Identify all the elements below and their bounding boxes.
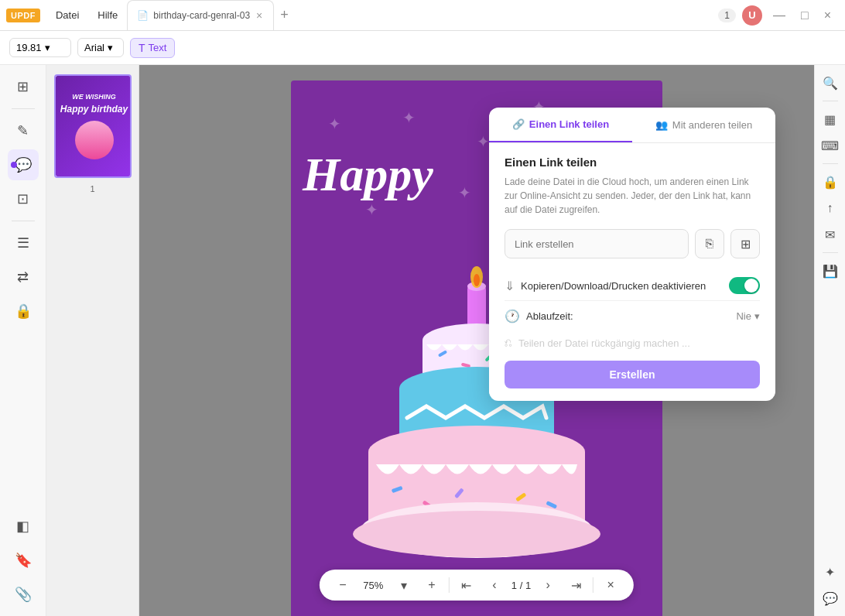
- link-input-field[interactable]: [505, 229, 689, 258]
- ai-icon: ▦: [824, 112, 836, 127]
- erstellen-button[interactable]: Erstellen: [505, 361, 760, 388]
- save-icon: 💾: [823, 264, 838, 279]
- attachment-icon: 📎: [15, 586, 32, 603]
- share-tab-link[interactable]: 🔗 Einen Link teilen: [489, 108, 632, 142]
- sidebar-btn-organize[interactable]: ☰: [8, 228, 39, 258]
- app-logo: UPDF: [6, 9, 40, 22]
- sidebar-btn-pages[interactable]: ⊞: [8, 71, 39, 102]
- layers-icon: ◧: [16, 518, 29, 535]
- right-sep-3: [823, 252, 838, 253]
- first-page-btn[interactable]: ⇤: [456, 574, 477, 596]
- prev-page-btn[interactable]: ‹: [484, 574, 505, 596]
- star-7: ✦: [402, 108, 416, 127]
- share-title: Einen Link teilen: [505, 156, 760, 169]
- bottom-sep-2: [593, 577, 594, 593]
- zoom-in-btn[interactable]: +: [421, 574, 443, 596]
- copy-download-label: ⇓ Kopieren/Download/Drucken deaktivieren: [505, 279, 706, 293]
- sidebar-btn-view[interactable]: ⊡: [8, 183, 39, 214]
- sidebar-btn-convert[interactable]: ⇄: [8, 262, 39, 293]
- text-tool-icon: T: [139, 42, 145, 54]
- zoom-dropdown-btn[interactable]: ▾: [393, 574, 415, 596]
- svg-point-24: [353, 511, 600, 557]
- protect-icon: 🔒: [15, 303, 32, 320]
- chat-icon: 💬: [823, 591, 838, 606]
- right-btn-upload[interactable]: ↑: [819, 197, 842, 220]
- close-btn[interactable]: ×: [819, 7, 836, 24]
- organize-icon: ☰: [17, 234, 29, 252]
- sidebar-btn-attachment[interactable]: 📎: [8, 579, 39, 610]
- sidebar-btn-layers[interactable]: ◧: [8, 511, 39, 542]
- zoom-level: 75%: [360, 580, 387, 591]
- right-btn-ocr[interactable]: ⌨: [819, 134, 842, 157]
- sidebar-btn-edit[interactable]: ✎: [8, 115, 39, 146]
- next-page-btn[interactable]: ›: [537, 574, 559, 596]
- maximize-btn[interactable]: □: [796, 7, 813, 24]
- active-tab[interactable]: 📄 birthday-card-genral-03 ×: [127, 0, 274, 30]
- tab-add-btn[interactable]: +: [274, 7, 295, 23]
- lock-icon: 🔒: [823, 175, 838, 190]
- right-btn-collab[interactable]: ✦: [819, 560, 842, 583]
- ablaufzeit-row: 🕐 Ablaufzeit: Nie ▾: [505, 301, 760, 331]
- tab-close-btn[interactable]: ×: [255, 8, 264, 23]
- sidebar-sep-2: [12, 221, 35, 221]
- copy-link-btn[interactable]: ⎘: [695, 229, 724, 258]
- right-btn-email[interactable]: ✉: [819, 223, 842, 246]
- right-btn-search[interactable]: 🔍: [819, 71, 842, 94]
- page-thumbnail-1[interactable]: WE WISHING Happy birthday: [54, 74, 132, 178]
- view-icon: ⊡: [17, 190, 29, 207]
- share-tab-others[interactable]: 👥 Mit anderen teilen: [632, 108, 775, 142]
- copy-download-text: Kopieren/Download/Drucken deaktivieren: [521, 280, 706, 292]
- share-others-icon: 👥: [655, 119, 668, 131]
- sidebar-btn-protect[interactable]: 🔒: [8, 296, 39, 327]
- active-dot: [11, 162, 17, 168]
- ablaufzeit-text: Ablaufzeit:: [526, 310, 573, 322]
- right-btn-ai[interactable]: ▦: [819, 108, 842, 131]
- share-tab-link-label: Einen Link teilen: [529, 118, 609, 130]
- thumbnail-page-num: 1: [90, 184, 94, 193]
- bottom-sep-1: [449, 577, 450, 593]
- copy-download-icon: ⇓: [505, 279, 515, 293]
- collab-icon: ✦: [825, 565, 835, 580]
- close-toolbar-btn[interactable]: ×: [600, 574, 621, 596]
- content-wrapper: ✦ ✦ ✦ ✦ ✦ ✦ ✦ ✦ Happy YO: [139, 65, 814, 616]
- ablaufzeit-selected: Nie: [736, 310, 751, 322]
- zoom-out-btn[interactable]: −: [332, 574, 354, 596]
- user-avatar[interactable]: U: [742, 5, 762, 26]
- font-size-select[interactable]: 19.81 ▾: [9, 38, 71, 57]
- minimize-btn[interactable]: —: [768, 7, 790, 24]
- font-size-arrow: ▾: [45, 42, 50, 53]
- version-badge[interactable]: 1: [718, 9, 736, 22]
- current-page: 1: [511, 580, 517, 591]
- right-btn-chat[interactable]: 💬: [819, 587, 842, 610]
- menu-datei[interactable]: Datei: [46, 0, 88, 30]
- toggle-knob: [744, 279, 758, 293]
- right-btn-lock[interactable]: 🔒: [819, 170, 842, 193]
- rueckgaengig-icon: ⎌: [505, 336, 512, 350]
- font-select[interactable]: Arial ▾: [77, 38, 124, 57]
- star-4: ✦: [477, 132, 490, 151]
- text-tool-label: Text: [149, 42, 167, 53]
- email-icon: ✉: [825, 228, 835, 242]
- sidebar-btn-comment[interactable]: 💬: [8, 149, 39, 180]
- sidebar-btn-bookmark[interactable]: 🔖: [8, 545, 39, 576]
- copy-download-toggle[interactable]: [729, 277, 760, 294]
- page-info: 1 / 1: [511, 580, 531, 591]
- pages-icon: ⊞: [17, 78, 29, 95]
- right-btn-save[interactable]: 💾: [819, 259, 842, 282]
- menu-hilfe[interactable]: Hilfe: [88, 0, 127, 30]
- star-1: ✦: [328, 115, 341, 133]
- ablaufzeit-icon: 🕐: [505, 309, 520, 323]
- total-pages: 1: [525, 580, 531, 591]
- text-tool-btn[interactable]: T Text: [130, 38, 175, 58]
- share-tabs: 🔗 Einen Link teilen 👥 Mit anderen teilen: [489, 108, 775, 143]
- share-body: Einen Link teilen Lade deine Datei in di…: [489, 143, 775, 401]
- star-3: ✦: [365, 200, 378, 219]
- last-page-btn[interactable]: ⇥: [565, 574, 587, 596]
- ablaufzeit-value[interactable]: Nie ▾: [736, 310, 760, 322]
- qr-code-btn[interactable]: ⊞: [730, 229, 760, 258]
- right-sidebar: 🔍 ▦ ⌨ 🔒 ↑ ✉ 💾 ✦ 💬: [814, 65, 845, 616]
- font-size-value: 19.81: [16, 42, 42, 53]
- edit-icon: ✎: [17, 122, 29, 139]
- tab-title: birthday-card-genral-03: [153, 10, 250, 21]
- convert-icon: ⇄: [17, 269, 29, 286]
